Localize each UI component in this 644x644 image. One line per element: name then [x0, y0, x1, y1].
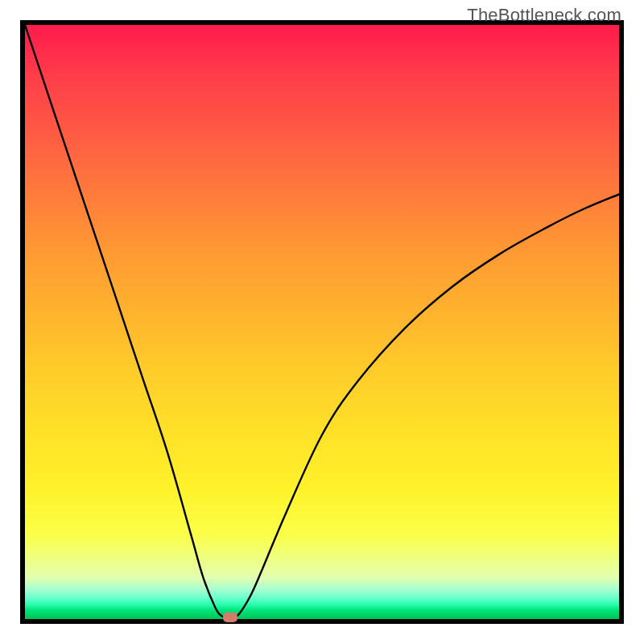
chart-outer-frame [20, 20, 624, 624]
chart-plot-area [25, 25, 619, 619]
watermark-label: TheBottleneck.com [467, 5, 621, 26]
min-point-marker [223, 613, 237, 622]
bottleneck-curve-svg [25, 25, 619, 619]
bottleneck-curve-path [25, 25, 619, 619]
